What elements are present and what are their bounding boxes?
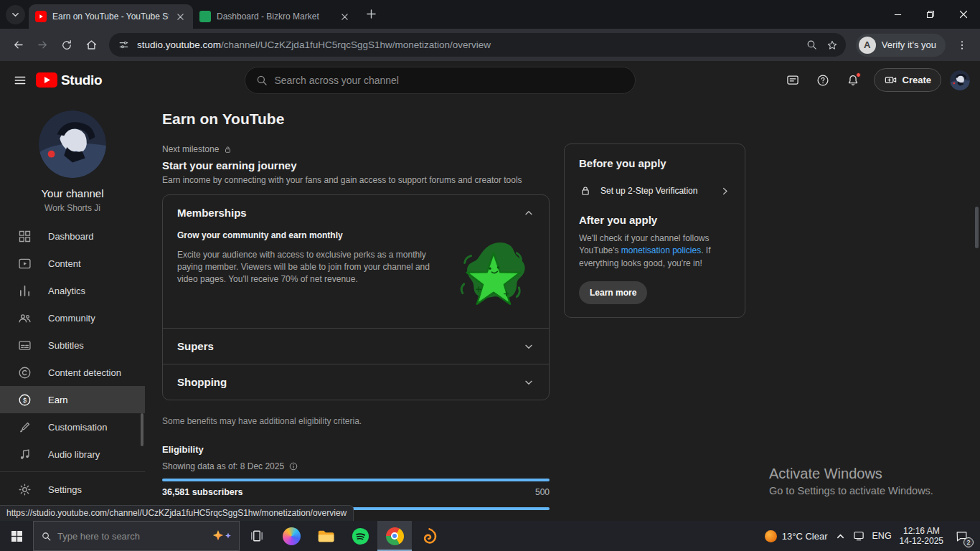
memberships-title: Memberships — [177, 207, 247, 219]
link-status-bubble: https://studio.youtube.com/channel/UCzKZ… — [0, 505, 354, 521]
feedback-button[interactable] — [779, 67, 806, 94]
sidebar-item-subtitles[interactable]: Subtitles — [0, 331, 145, 359]
restore-button[interactable] — [914, 0, 947, 29]
notifications-button[interactable] — [839, 67, 867, 94]
studio-search-input[interactable] — [274, 75, 631, 86]
sidebar-item-earn[interactable]: $ Earn — [0, 386, 145, 413]
learn-more-button[interactable]: Learn more — [579, 281, 647, 304]
browser-tab-active[interactable]: Earn on YouTube - YouTube Stu — [29, 4, 193, 29]
sidebar-item-label: Audio library — [48, 449, 100, 460]
file-explorer-button[interactable] — [308, 521, 343, 551]
sidebar-item-analytics[interactable]: Analytics — [0, 277, 145, 304]
copyright-icon — [17, 365, 32, 380]
studio-search-area — [102, 67, 778, 94]
reload-button[interactable] — [55, 33, 79, 57]
url-text: studio.youtube.com/channel/UCzKZjda1fuHC… — [137, 39, 802, 50]
clock[interactable]: 12:16 AM 14-12-2025 — [900, 526, 943, 546]
sidebar-item-label: Analytics — [48, 286, 85, 296]
taskbar-search-box[interactable] — [33, 521, 240, 551]
create-camera-icon — [884, 73, 897, 87]
spotify-button[interactable] — [343, 521, 377, 551]
chevron-down-icon — [523, 341, 534, 352]
subscribers-count: 36,581 subscribers — [162, 487, 243, 497]
data-as-of-label: Showing data as of: 8 Dec 2025 — [162, 461, 284, 471]
sidebar-item-dashboard[interactable]: Dashboard — [0, 222, 145, 250]
subscribers-stats-row: 36,581 subscribers 500 — [162, 487, 550, 497]
next-milestone-row: Next milestone — [162, 144, 550, 154]
sidebar-item-community[interactable]: Community — [0, 304, 145, 331]
browser-tab-inactive[interactable]: Dashboard - Bizkro Market — [193, 4, 357, 29]
sidebar-item-label: Dashboard — [48, 231, 94, 242]
language-indicator[interactable]: ENG — [872, 531, 892, 541]
tray-device-icon[interactable] — [853, 531, 864, 541]
verify-its-you-button[interactable]: A Verify it's you — [856, 34, 946, 57]
main-content: Earn on YouTube Next milestone Start you… — [145, 99, 980, 521]
supers-header[interactable]: Supers — [163, 329, 549, 364]
tray-chevron-up-icon[interactable] — [836, 532, 845, 541]
start-button[interactable] — [0, 521, 33, 551]
studio-brand-text: Studio — [61, 72, 102, 88]
home-button[interactable] — [79, 33, 103, 57]
new-tab-button[interactable] — [362, 4, 380, 23]
channel-avatar[interactable] — [39, 110, 106, 178]
browser-menu-button[interactable] — [950, 33, 974, 57]
eligibility-title: Eligibility — [162, 444, 550, 455]
kebab-menu-icon — [956, 39, 968, 51]
shopping-header[interactable]: Shopping — [163, 364, 549, 400]
weather-widget[interactable]: 13°C Clear — [765, 530, 828, 542]
youtube-logo-icon — [36, 72, 57, 88]
sidebar-item-label: Content detection — [48, 367, 121, 378]
sidebar-scrollbar[interactable] — [141, 413, 143, 446]
hamburger-menu-button[interactable] — [6, 66, 34, 95]
chrome-button[interactable] — [377, 521, 412, 551]
minimize-button[interactable] — [881, 0, 914, 29]
monetisation-policies-link[interactable]: monetisation policies — [621, 245, 701, 255]
data-as-of-row: Showing data as of: 8 Dec 2025 — [162, 461, 550, 471]
sidebar-item-customisation[interactable]: Customisation — [0, 413, 145, 441]
close-window-button[interactable] — [947, 0, 980, 29]
memberships-header[interactable]: Memberships — [163, 195, 549, 230]
magnifier-icon — [806, 39, 818, 51]
chevron-down-icon — [523, 377, 534, 388]
address-bar[interactable]: studio.youtube.com/channel/UCzKZjda1fuHC… — [109, 33, 846, 57]
forward-icon — [36, 38, 50, 52]
tab-search-button[interactable] — [6, 5, 25, 24]
forward-button[interactable] — [30, 33, 55, 57]
zoom-button[interactable] — [802, 35, 822, 55]
sidebar-item-settings[interactable]: Settings — [0, 476, 145, 503]
fl-studio-button[interactable] — [412, 521, 446, 551]
sidebar-item-audio-library[interactable]: Audio library — [0, 441, 145, 468]
watermark-line1: Activate Windows — [769, 466, 933, 482]
sidebar-divider — [0, 471, 145, 472]
task-view-button[interactable] — [240, 521, 274, 551]
copilot-button[interactable] — [274, 521, 308, 551]
channel-name: Work Shorts Ji — [0, 203, 145, 213]
tab-close-button[interactable] — [339, 11, 351, 23]
studio-search-bar[interactable] — [245, 67, 636, 94]
sidebar-item-content-detection[interactable]: Content detection — [0, 359, 145, 386]
bookmark-button[interactable] — [822, 35, 842, 55]
gear-icon — [17, 482, 32, 497]
youtube-studio-favicon — [35, 11, 47, 22]
studio-logo[interactable]: Studio — [36, 72, 102, 88]
memberships-subtitle: Grow your community and earn monthly — [177, 230, 534, 240]
setup-2sv-row[interactable]: Set up 2-Step Verification — [579, 184, 730, 197]
account-avatar[interactable] — [950, 70, 970, 90]
restore-icon — [926, 10, 935, 19]
journey-description: Earn income by connecting with your fans… — [162, 175, 550, 185]
tab-close-button[interactable] — [174, 11, 187, 23]
taskbar-search-input[interactable] — [57, 531, 206, 542]
site-settings-icon — [118, 39, 130, 51]
action-center-button[interactable]: 2 — [951, 526, 971, 546]
sidebar-item-content[interactable]: Content — [0, 250, 145, 277]
notification-dot — [856, 72, 861, 77]
back-button[interactable] — [6, 33, 30, 57]
benefits-accordion: Memberships Grow your community and earn… — [162, 194, 550, 400]
sidebar-item-label: Content — [48, 258, 81, 269]
create-button[interactable]: Create — [874, 68, 941, 92]
help-button[interactable] — [809, 67, 837, 94]
chevron-up-icon — [523, 207, 534, 219]
shopping-title: Shopping — [177, 376, 227, 388]
page-scrollbar[interactable] — [975, 207, 979, 248]
info-icon[interactable] — [288, 461, 298, 471]
